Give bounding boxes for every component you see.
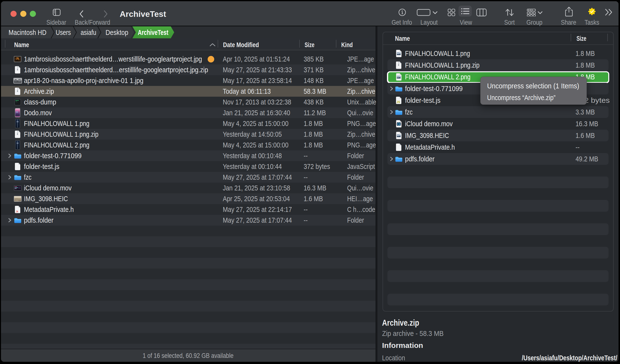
svg-text:.h: .h bbox=[16, 210, 18, 213]
svg-text:JS: JS bbox=[397, 100, 400, 104]
